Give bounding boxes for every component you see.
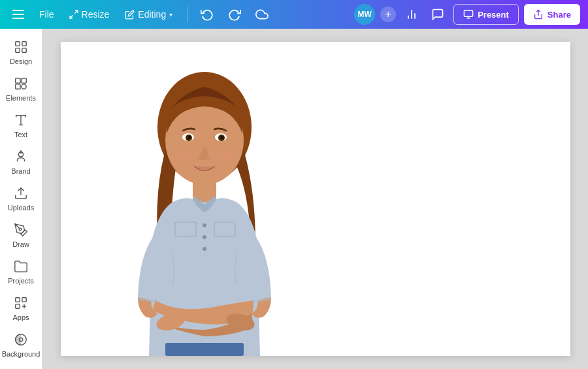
sidebar: Design Elements Text	[0, 29, 42, 369]
svg-rect-8	[22, 41, 26, 45]
sidebar-item-draw[interactable]: Draw	[0, 217, 42, 254]
svg-rect-11	[16, 78, 20, 82]
svg-rect-7	[16, 41, 20, 45]
projects-label: Projects	[8, 277, 34, 285]
redo-icon	[228, 8, 241, 21]
svg-rect-9	[16, 48, 20, 52]
svg-point-42	[203, 247, 206, 251]
canvas[interactable]	[61, 42, 570, 356]
uploads-icon	[14, 186, 28, 201]
elements-label: Elements	[6, 94, 36, 102]
svg-rect-22	[16, 304, 20, 308]
divider	[187, 7, 188, 22]
design-label: Design	[10, 57, 32, 65]
draw-icon	[14, 223, 28, 237]
svg-rect-3	[464, 10, 472, 16]
analytics-button[interactable]	[401, 4, 422, 25]
apps-icon	[14, 296, 28, 310]
draw-label: Draw	[12, 240, 29, 248]
person-svg	[113, 56, 296, 356]
svg-point-34	[188, 136, 191, 138]
elements-icon	[14, 76, 28, 91]
pencil-icon	[125, 10, 135, 20]
add-collaborator-button[interactable]: +	[380, 7, 396, 22]
topbar-right: MW + Present	[354, 4, 580, 25]
comments-icon	[431, 8, 444, 21]
projects-icon	[14, 259, 28, 274]
cloud-icon	[255, 8, 269, 21]
editing-button[interactable]: Editing ▾	[120, 7, 178, 22]
editing-label-text: Editing	[138, 9, 166, 20]
present-button[interactable]: Present	[453, 4, 519, 25]
svg-point-36	[174, 152, 189, 162]
sidebar-item-apps[interactable]: Apps	[0, 291, 42, 327]
sidebar-item-brand[interactable]: Brand	[0, 144, 42, 180]
svg-rect-13	[16, 84, 20, 89]
topbar-left: File Resize Editing ▾	[8, 4, 272, 25]
svg-rect-45	[165, 343, 244, 356]
svg-rect-10	[22, 48, 26, 52]
apps-label: Apps	[12, 313, 29, 321]
file-label: File	[39, 9, 54, 20]
share-button[interactable]: Share	[524, 4, 580, 25]
canvas-area	[42, 29, 588, 369]
sidebar-item-design[interactable]: Design	[0, 34, 42, 71]
background-icon	[14, 332, 28, 347]
share-icon	[533, 9, 544, 20]
svg-rect-20	[16, 298, 20, 302]
sidebar-item-text[interactable]: Text	[0, 107, 42, 144]
person-image	[113, 56, 296, 356]
text-icon	[14, 113, 28, 127]
design-icon	[14, 40, 28, 54]
undo-icon	[201, 8, 214, 21]
svg-point-35	[221, 136, 223, 138]
redo-button[interactable]	[224, 4, 245, 25]
present-label: Present	[478, 10, 509, 20]
sidebar-item-background[interactable]: Background	[0, 327, 42, 364]
sidebar-item-elements[interactable]: Elements	[0, 71, 42, 107]
svg-point-41	[203, 235, 206, 239]
undo-button[interactable]	[197, 4, 218, 25]
user-avatar[interactable]: MW	[354, 4, 375, 25]
svg-rect-21	[22, 298, 26, 302]
file-menu-button[interactable]: File	[35, 7, 58, 22]
uploads-label: Uploads	[8, 204, 34, 212]
main-layout: Design Elements Text	[0, 29, 588, 369]
brand-label: Brand	[11, 167, 30, 175]
chevron-down-icon: ▾	[169, 11, 172, 18]
share-label: Share	[547, 10, 571, 20]
comments-button[interactable]	[427, 4, 448, 25]
cloud-save-button[interactable]	[252, 4, 272, 25]
avatar-initials: MW	[357, 10, 371, 19]
svg-point-14	[22, 84, 26, 89]
resize-button[interactable]: Resize	[65, 7, 114, 22]
svg-point-40	[203, 223, 206, 227]
sidebar-item-projects[interactable]: Projects	[0, 254, 42, 291]
present-icon	[463, 9, 474, 20]
brand-icon	[14, 150, 28, 164]
analytics-icon	[405, 8, 418, 21]
svg-rect-12	[22, 78, 26, 82]
svg-point-19	[19, 228, 22, 231]
menu-button[interactable]	[8, 4, 29, 25]
resize-label: Resize	[82, 9, 110, 20]
svg-point-37	[220, 152, 235, 162]
background-label: Background	[2, 350, 41, 358]
topbar: File Resize Editing ▾	[0, 0, 588, 29]
text-label: Text	[14, 131, 27, 138]
sidebar-item-uploads[interactable]: Uploads	[0, 180, 42, 217]
resize-icon	[69, 9, 79, 20]
